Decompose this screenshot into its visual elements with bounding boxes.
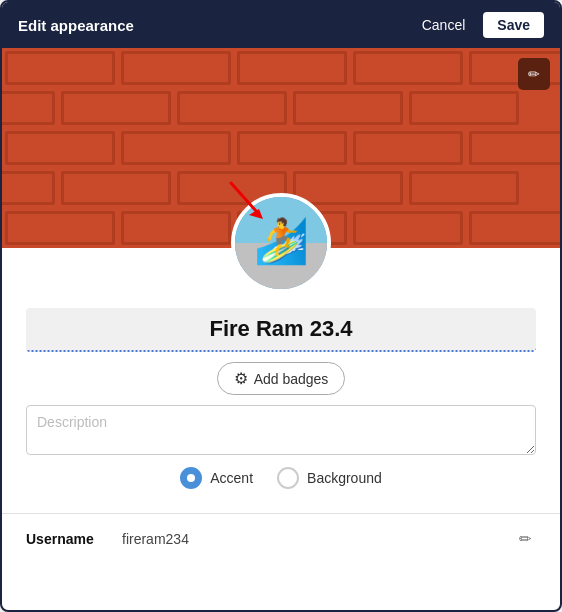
header-actions: Cancel Save: [414, 12, 544, 38]
brick: [353, 131, 463, 165]
svg-line-0: [231, 183, 256, 211]
add-badges-label: Add badges: [254, 371, 329, 387]
brick: [409, 171, 519, 205]
pencil-icon: ✏: [519, 530, 532, 547]
brick: [469, 131, 560, 165]
brick: [5, 131, 115, 165]
username-field-label: Username: [26, 531, 106, 547]
appearance-toggles: Accent Background: [2, 467, 560, 489]
username-value: fireram234: [122, 531, 499, 547]
brick: [293, 91, 403, 125]
brick: [121, 131, 231, 165]
add-badges-button[interactable]: ⚙ Add badges: [217, 362, 346, 395]
brick-row: [2, 88, 560, 128]
pencil-icon: ✏: [528, 66, 540, 82]
description-input[interactable]: [26, 405, 536, 455]
brick: [237, 131, 347, 165]
edit-appearance-card: Edit appearance Cancel Save: [0, 0, 562, 612]
accent-radio[interactable]: [180, 467, 202, 489]
brick: [5, 211, 115, 245]
brick: [121, 211, 231, 245]
brick: [237, 51, 347, 85]
brick: [2, 171, 55, 205]
brick: [177, 91, 287, 125]
brick: [61, 91, 171, 125]
accent-label: Accent: [210, 470, 253, 486]
brick: [409, 91, 519, 125]
brick: [61, 171, 171, 205]
cancel-button[interactable]: Cancel: [414, 13, 474, 37]
brick-row: [2, 128, 560, 168]
background-radio[interactable]: [277, 467, 299, 489]
header: Edit appearance Cancel Save: [2, 2, 560, 48]
brick: [121, 51, 231, 85]
display-name: Fire Ram 23.4: [26, 308, 536, 352]
brick-row: [2, 48, 560, 88]
brick: [469, 211, 560, 245]
edit-username-button[interactable]: ✏: [515, 528, 536, 550]
badge-icon: ⚙: [234, 369, 248, 388]
brick: [353, 211, 463, 245]
brick: [5, 51, 115, 85]
username-row: Username fireram234 ✏: [2, 514, 560, 564]
background-label: Background: [307, 470, 382, 486]
edit-banner-button[interactable]: ✏: [518, 58, 550, 90]
background-toggle[interactable]: Background: [277, 467, 382, 489]
brick: [2, 91, 55, 125]
page-title: Edit appearance: [18, 17, 134, 34]
brick: [353, 51, 463, 85]
accent-toggle[interactable]: Accent: [180, 467, 253, 489]
avatar-arrow-indicator: [221, 173, 271, 227]
save-button[interactable]: Save: [483, 12, 544, 38]
